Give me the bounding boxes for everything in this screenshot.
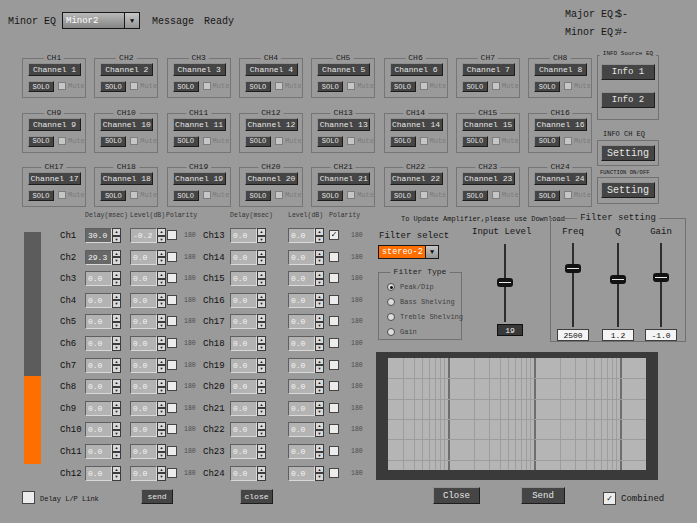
delay-input-ch24-up-icon[interactable]: ▲ <box>257 466 266 474</box>
delay-input-ch2-down-icon[interactable]: ▼ <box>112 257 121 265</box>
mute-checkbox-3[interactable] <box>203 82 211 90</box>
mute-checkbox-23[interactable] <box>492 191 500 199</box>
delay-input-ch14[interactable]: 0.0▲▼ <box>230 250 267 265</box>
delay-input-ch10-up-icon[interactable]: ▲ <box>112 422 121 430</box>
mute-checkbox-7[interactable] <box>492 82 500 90</box>
channel-button-18[interactable]: Channel 18 <box>100 172 153 185</box>
delay-input-ch12-down-icon[interactable]: ▼ <box>112 473 121 481</box>
channel-button-17[interactable]: Channel 17 <box>28 172 81 185</box>
level-input-ch2-down-icon[interactable]: ▼ <box>157 257 166 265</box>
polarity-checkbox-ch19[interactable] <box>329 360 339 370</box>
polarity-checkbox-ch24[interactable] <box>329 468 339 478</box>
level-input-ch11-down-icon[interactable]: ▼ <box>157 452 166 460</box>
delay-input-ch4-up-icon[interactable]: ▲ <box>112 293 121 301</box>
slider-thumb-freq[interactable] <box>565 264 581 273</box>
delay-input-ch1-up-icon[interactable]: ▲ <box>112 228 121 236</box>
filter-select[interactable]: stereo-2 ▼ <box>378 245 439 259</box>
filter-type-option-bass-shelving[interactable]: Bass Shelving <box>387 298 455 306</box>
delay-input-ch9-value[interactable]: 0.0 <box>85 401 112 416</box>
level-input-ch5-down-icon[interactable]: ▼ <box>157 322 166 330</box>
delay-input-ch15-up-icon[interactable]: ▲ <box>257 271 266 279</box>
channel-button-7[interactable]: Channel 7 <box>462 63 515 76</box>
delay-input-ch5-value[interactable]: 0.0 <box>85 314 112 329</box>
solo-button-3[interactable]: SOLO <box>173 81 199 92</box>
delay-input-ch16-up-icon[interactable]: ▲ <box>257 293 266 301</box>
solo-button-23[interactable]: SOLO <box>462 190 488 201</box>
channel-button-23[interactable]: Channel 23 <box>462 172 515 185</box>
table-close-button[interactable]: close <box>240 489 273 504</box>
level-input-ch11-up-icon[interactable]: ▲ <box>157 444 166 452</box>
solo-button-5[interactable]: SOLO <box>317 81 343 92</box>
mute-checkbox-21[interactable] <box>347 191 355 199</box>
delay-input-ch12-up-icon[interactable]: ▲ <box>112 466 121 474</box>
delay-input-ch18-value[interactable]: 0.0 <box>230 336 257 351</box>
mute-checkbox-16[interactable] <box>564 137 572 145</box>
level-input-ch24-down-icon[interactable]: ▼ <box>315 473 324 481</box>
solo-button-1[interactable]: SOLO <box>28 81 54 92</box>
channel-button-20[interactable]: Channel 20 <box>245 172 298 185</box>
solo-button-8[interactable]: SOLO <box>534 81 560 92</box>
delay-input-ch10[interactable]: 0.0▲▼ <box>85 422 122 437</box>
polarity-checkbox-ch8[interactable] <box>167 381 177 391</box>
filter-close-button[interactable]: Close <box>433 487 480 504</box>
solo-button-17[interactable]: SOLO <box>28 190 54 201</box>
solo-button-6[interactable]: SOLO <box>390 81 416 92</box>
mute-checkbox-17[interactable] <box>58 191 66 199</box>
level-input-ch12-down-icon[interactable]: ▼ <box>157 473 166 481</box>
delay-input-ch11[interactable]: 0.0▲▼ <box>85 444 122 459</box>
delay-input-ch18-down-icon[interactable]: ▼ <box>257 344 266 352</box>
level-input-ch1[interactable]: -0.2▲▼ <box>130 228 167 243</box>
solo-button-18[interactable]: SOLO <box>100 190 126 201</box>
mute-checkbox-20[interactable] <box>275 191 283 199</box>
delay-input-ch22-value[interactable]: 0.0 <box>230 422 257 437</box>
delay-input-ch6[interactable]: 0.0▲▼ <box>85 336 122 351</box>
filter-type-option-peak-dip[interactable]: Peak/Dip <box>387 283 434 291</box>
delay-input-ch17-value[interactable]: 0.0 <box>230 314 257 329</box>
solo-button-21[interactable]: SOLO <box>317 190 343 201</box>
delay-input-ch6-value[interactable]: 0.0 <box>85 336 112 351</box>
delay-input-ch10-value[interactable]: 0.0 <box>85 422 112 437</box>
solo-button-15[interactable]: SOLO <box>462 136 488 147</box>
level-input-ch8-value[interactable]: 0.0 <box>130 379 157 394</box>
delay-input-ch18-up-icon[interactable]: ▲ <box>257 336 266 344</box>
channel-button-16[interactable]: Channel 16 <box>534 118 587 131</box>
level-input-ch18-value[interactable]: 0.0 <box>288 336 315 351</box>
level-input-ch6-value[interactable]: 0.0 <box>130 336 157 351</box>
level-input-ch13[interactable]: 0.0▲▼ <box>288 228 325 243</box>
level-input-ch20-up-icon[interactable]: ▲ <box>315 379 324 387</box>
radio-icon[interactable] <box>387 283 395 291</box>
level-input-ch14[interactable]: 0.0▲▼ <box>288 250 325 265</box>
level-input-ch4-value[interactable]: 0.0 <box>130 293 157 308</box>
polarity-checkbox-ch2[interactable] <box>167 252 177 262</box>
level-input-ch3[interactable]: 0.0▲▼ <box>130 271 167 286</box>
polarity-checkbox-ch14[interactable] <box>329 252 339 262</box>
combined-checkbox[interactable]: ✓ <box>603 492 616 505</box>
polarity-checkbox-ch23[interactable] <box>329 446 339 456</box>
delay-input-ch5[interactable]: 0.0▲▼ <box>85 314 122 329</box>
delay-input-ch20[interactable]: 0.0▲▼ <box>230 379 267 394</box>
polarity-checkbox-ch5[interactable] <box>167 316 177 326</box>
delay-input-ch21-down-icon[interactable]: ▼ <box>257 408 266 416</box>
mute-checkbox-14[interactable] <box>420 137 428 145</box>
delay-input-ch2-up-icon[interactable]: ▲ <box>112 250 121 258</box>
radio-icon[interactable] <box>387 313 395 321</box>
polarity-checkbox-ch18[interactable] <box>329 338 339 348</box>
delay-input-ch9[interactable]: 0.0▲▼ <box>85 401 122 416</box>
level-input-ch17-value[interactable]: 0.0 <box>288 314 315 329</box>
level-input-ch6[interactable]: 0.0▲▼ <box>130 336 167 351</box>
channel-button-11[interactable]: Channel 11 <box>173 118 226 131</box>
delay-input-ch2[interactable]: 29.3▲▼ <box>85 250 122 265</box>
delay-input-ch2-value[interactable]: 29.3 <box>85 250 112 265</box>
solo-button-10[interactable]: SOLO <box>100 136 126 147</box>
info-1-button[interactable]: Info 1 <box>601 64 655 80</box>
level-input-ch19-up-icon[interactable]: ▲ <box>315 358 324 366</box>
level-input-ch11[interactable]: 0.0▲▼ <box>130 444 167 459</box>
input-level-slider[interactable] <box>504 244 506 322</box>
delay-input-ch8[interactable]: 0.0▲▼ <box>85 379 122 394</box>
delay-input-ch5-down-icon[interactable]: ▼ <box>112 322 121 330</box>
delay-input-ch7[interactable]: 0.0▲▼ <box>85 358 122 373</box>
level-input-ch8-up-icon[interactable]: ▲ <box>157 379 166 387</box>
radio-icon[interactable] <box>387 328 395 336</box>
level-input-ch18[interactable]: 0.0▲▼ <box>288 336 325 351</box>
info-2-button[interactable]: Info 2 <box>601 92 655 108</box>
